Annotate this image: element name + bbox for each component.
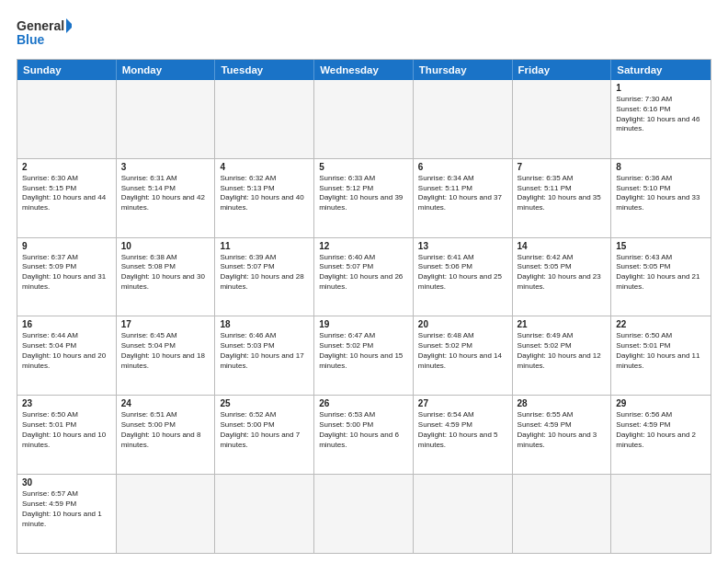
header-cell-thursday: Thursday [414, 60, 513, 80]
day-13: 13Sunrise: 6:41 AM Sunset: 5:06 PM Dayli… [414, 238, 513, 316]
day-8: 8Sunrise: 6:36 AM Sunset: 5:10 PM Daylig… [611, 159, 711, 237]
day-12: 12Sunrise: 6:40 AM Sunset: 5:07 PM Dayli… [314, 238, 414, 316]
day-number-19: 19 [319, 319, 408, 329]
calendar-header-row: SundayMondayTuesdayWednesdayThursdayFrid… [17, 60, 711, 80]
day-info-5: Sunrise: 6:33 AM Sunset: 5:12 PM Dayligh… [319, 174, 408, 213]
empty-cell-w5-d1 [117, 475, 216, 553]
day-number-21: 21 [518, 319, 607, 329]
day-number-11: 11 [220, 241, 309, 251]
day-number-20: 20 [418, 319, 507, 329]
day-25: 25Sunrise: 6:52 AM Sunset: 5:00 PM Dayli… [215, 396, 314, 474]
day-info-6: Sunrise: 6:34 AM Sunset: 5:11 PM Dayligh… [418, 174, 507, 213]
day-17: 17Sunrise: 6:45 AM Sunset: 5:04 PM Dayli… [117, 316, 216, 395]
header-cell-tuesday: Tuesday [215, 60, 314, 80]
day-number-3: 3 [121, 162, 210, 172]
svg-text:General: General [17, 18, 64, 33]
empty-cell-w0-d4 [414, 80, 513, 158]
empty-cell-w0-d0 [17, 80, 117, 158]
day-number-8: 8 [616, 162, 706, 172]
day-info-30: Sunrise: 6:57 AM Sunset: 4:59 PM Dayligh… [22, 489, 111, 529]
empty-cell-w5-d6 [611, 475, 711, 553]
day-number-27: 27 [418, 398, 507, 408]
day-number-4: 4 [220, 162, 309, 172]
day-4: 4Sunrise: 6:32 AM Sunset: 5:13 PM Daylig… [215, 159, 314, 237]
header-cell-saturday: Saturday [611, 60, 711, 80]
empty-cell-w5-d2 [215, 475, 314, 553]
header-cell-monday: Monday [117, 60, 216, 80]
day-27: 27Sunrise: 6:54 AM Sunset: 4:59 PM Dayli… [414, 396, 513, 474]
day-18: 18Sunrise: 6:46 AM Sunset: 5:03 PM Dayli… [215, 316, 314, 395]
day-1: 1Sunrise: 7:30 AM Sunset: 6:16 PM Daylig… [611, 80, 711, 158]
day-22: 22Sunrise: 6:50 AM Sunset: 5:01 PM Dayli… [611, 316, 711, 395]
calendar-week-3: 9Sunrise: 6:37 AM Sunset: 5:09 PM Daylig… [17, 237, 711, 316]
day-23: 23Sunrise: 6:50 AM Sunset: 5:01 PM Dayli… [17, 396, 117, 474]
page: General Blue SundayMondayTuesdayWednesda… [0, 0, 728, 563]
day-info-9: Sunrise: 6:37 AM Sunset: 5:09 PM Dayligh… [22, 253, 111, 293]
day-number-29: 29 [616, 398, 706, 408]
day-number-6: 6 [418, 162, 507, 172]
day-number-17: 17 [121, 319, 210, 329]
day-number-23: 23 [22, 398, 111, 408]
day-19: 19Sunrise: 6:47 AM Sunset: 5:02 PM Dayli… [314, 316, 414, 395]
day-28: 28Sunrise: 6:55 AM Sunset: 4:59 PM Dayli… [513, 396, 612, 474]
day-info-4: Sunrise: 6:32 AM Sunset: 5:13 PM Dayligh… [220, 174, 309, 213]
day-info-18: Sunrise: 6:46 AM Sunset: 5:03 PM Dayligh… [220, 331, 309, 371]
day-info-16: Sunrise: 6:44 AM Sunset: 5:04 PM Dayligh… [22, 331, 111, 371]
generalblue-logo-icon: General Blue [17, 17, 72, 52]
day-2: 2Sunrise: 6:30 AM Sunset: 5:15 PM Daylig… [17, 159, 117, 237]
day-number-18: 18 [220, 319, 309, 329]
day-number-2: 2 [22, 162, 111, 172]
calendar-week-4: 16Sunrise: 6:44 AM Sunset: 5:04 PM Dayli… [17, 316, 711, 395]
day-10: 10Sunrise: 6:38 AM Sunset: 5:08 PM Dayli… [117, 238, 216, 316]
day-info-13: Sunrise: 6:41 AM Sunset: 5:06 PM Dayligh… [418, 253, 507, 293]
day-info-1: Sunrise: 7:30 AM Sunset: 6:16 PM Dayligh… [616, 95, 706, 134]
day-number-24: 24 [121, 398, 210, 408]
day-number-16: 16 [22, 319, 111, 329]
day-info-27: Sunrise: 6:54 AM Sunset: 4:59 PM Dayligh… [418, 410, 507, 450]
day-number-5: 5 [319, 162, 408, 172]
logo: General Blue [17, 17, 72, 52]
header-cell-friday: Friday [513, 60, 612, 80]
day-info-20: Sunrise: 6:48 AM Sunset: 5:02 PM Dayligh… [418, 331, 507, 371]
day-info-10: Sunrise: 6:38 AM Sunset: 5:08 PM Dayligh… [121, 253, 210, 293]
empty-cell-w5-d5 [513, 475, 612, 553]
day-info-7: Sunrise: 6:35 AM Sunset: 5:11 PM Dayligh… [518, 174, 607, 213]
day-3: 3Sunrise: 6:31 AM Sunset: 5:14 PM Daylig… [117, 159, 216, 237]
day-info-2: Sunrise: 6:30 AM Sunset: 5:15 PM Dayligh… [22, 174, 111, 213]
day-info-23: Sunrise: 6:50 AM Sunset: 5:01 PM Dayligh… [22, 410, 111, 450]
day-info-15: Sunrise: 6:43 AM Sunset: 5:05 PM Dayligh… [616, 253, 706, 293]
day-26: 26Sunrise: 6:53 AM Sunset: 5:00 PM Dayli… [314, 396, 414, 474]
empty-cell-w5-d3 [314, 475, 414, 553]
day-number-10: 10 [121, 241, 210, 251]
day-number-22: 22 [616, 319, 706, 329]
svg-text:Blue: Blue [17, 32, 45, 47]
day-info-26: Sunrise: 6:53 AM Sunset: 5:00 PM Dayligh… [319, 410, 408, 450]
empty-cell-w5-d4 [414, 475, 513, 553]
day-info-19: Sunrise: 6:47 AM Sunset: 5:02 PM Dayligh… [319, 331, 408, 371]
day-number-26: 26 [319, 398, 408, 408]
day-24: 24Sunrise: 6:51 AM Sunset: 5:00 PM Dayli… [117, 396, 216, 474]
day-16: 16Sunrise: 6:44 AM Sunset: 5:04 PM Dayli… [17, 316, 117, 395]
calendar: SundayMondayTuesdayWednesdayThursdayFrid… [17, 59, 711, 554]
empty-cell-w0-d1 [117, 80, 216, 158]
day-14: 14Sunrise: 6:42 AM Sunset: 5:05 PM Dayli… [513, 238, 612, 316]
calendar-week-1: 1Sunrise: 7:30 AM Sunset: 6:16 PM Daylig… [17, 80, 711, 158]
day-11: 11Sunrise: 6:39 AM Sunset: 5:07 PM Dayli… [215, 238, 314, 316]
calendar-body: 1Sunrise: 7:30 AM Sunset: 6:16 PM Daylig… [17, 80, 711, 553]
day-15: 15Sunrise: 6:43 AM Sunset: 5:05 PM Dayli… [611, 238, 711, 316]
day-6: 6Sunrise: 6:34 AM Sunset: 5:11 PM Daylig… [414, 159, 513, 237]
day-7: 7Sunrise: 6:35 AM Sunset: 5:11 PM Daylig… [513, 159, 612, 237]
svg-marker-2 [66, 18, 72, 33]
day-29: 29Sunrise: 6:56 AM Sunset: 4:59 PM Dayli… [611, 396, 711, 474]
day-number-30: 30 [22, 477, 111, 488]
day-info-17: Sunrise: 6:45 AM Sunset: 5:04 PM Dayligh… [121, 331, 210, 371]
day-info-28: Sunrise: 6:55 AM Sunset: 4:59 PM Dayligh… [518, 410, 607, 450]
day-info-25: Sunrise: 6:52 AM Sunset: 5:00 PM Dayligh… [220, 410, 309, 450]
day-number-25: 25 [220, 398, 309, 408]
day-20: 20Sunrise: 6:48 AM Sunset: 5:02 PM Dayli… [414, 316, 513, 395]
day-30: 30Sunrise: 6:57 AM Sunset: 4:59 PM Dayli… [17, 475, 117, 553]
day-info-12: Sunrise: 6:40 AM Sunset: 5:07 PM Dayligh… [319, 253, 408, 293]
day-number-12: 12 [319, 241, 408, 251]
day-9: 9Sunrise: 6:37 AM Sunset: 5:09 PM Daylig… [17, 238, 117, 316]
calendar-week-6: 30Sunrise: 6:57 AM Sunset: 4:59 PM Dayli… [17, 474, 711, 553]
